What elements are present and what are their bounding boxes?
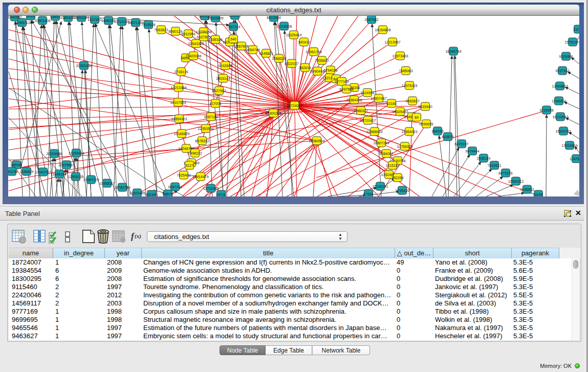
svg-text:62160: 62160: [386, 102, 397, 105]
svg-text:10756928: 10756928: [397, 145, 412, 148]
svg-text:8912954: 8912954: [181, 32, 195, 36]
svg-text:16210643: 16210643: [552, 115, 568, 119]
svg-text:813054: 813054: [229, 16, 241, 17]
svg-text:893876: 893876: [442, 135, 453, 139]
svg-text:9329966: 9329966: [559, 55, 573, 58]
svg-text:15720407: 15720407: [360, 119, 376, 122]
svg-text:18807249: 18807249: [373, 141, 389, 145]
svg-text:9815440: 9815440: [418, 105, 432, 108]
svg-text:84: 84: [415, 116, 419, 119]
svg-text:9777169: 9777169: [335, 80, 349, 83]
svg-text:15716: 15716: [216, 193, 226, 196]
svg-text:1615112: 1615112: [386, 164, 400, 167]
svg-text:9463627: 9463627: [405, 99, 419, 103]
svg-text:15751074: 15751074: [564, 40, 579, 44]
svg-text:17334: 17334: [363, 192, 374, 196]
svg-text:16853: 16853: [50, 16, 60, 18]
svg-text:10025433: 10025433: [392, 110, 408, 114]
svg-text:17016504: 17016504: [561, 144, 577, 147]
svg-text:7625402: 7625402: [177, 173, 190, 177]
svg-text:16033809: 16033809: [207, 16, 223, 20]
svg-text:7515526: 7515526: [141, 23, 155, 27]
svg-text:12505135: 12505135: [68, 175, 83, 179]
svg-text:12093823: 12093823: [552, 84, 568, 88]
svg-text:10958117: 10958117: [99, 182, 115, 185]
svg-text:12975115: 12975115: [402, 84, 418, 87]
svg-text:546: 546: [230, 37, 236, 41]
svg-text:7632621: 7632621: [487, 164, 501, 167]
svg-text:9245: 9245: [534, 193, 542, 196]
svg-text:17339924: 17339924: [68, 151, 84, 155]
svg-text:1167533: 1167533: [570, 157, 579, 161]
svg-text:1733426: 1733426: [395, 189, 409, 192]
svg-text:3624554: 3624554: [360, 91, 374, 95]
svg-text:16853267: 16853267: [73, 16, 89, 19]
svg-text:16154808: 16154808: [375, 28, 390, 32]
svg-text:2935114: 2935114: [477, 157, 491, 160]
svg-text:8990448: 8990448: [310, 70, 324, 73]
svg-text:1527602: 1527602: [88, 18, 101, 21]
svg-text:7986322: 7986322: [354, 109, 367, 113]
svg-text:2069: 2069: [27, 16, 35, 18]
svg-text:8454749: 8454749: [246, 48, 259, 52]
svg-text:19384554: 19384554: [309, 139, 324, 143]
svg-text:20975887: 20975887: [58, 163, 74, 167]
svg-text:6479197: 6479197: [454, 142, 468, 146]
svg-text:19654923: 19654923: [401, 130, 417, 134]
svg-text:1645194: 1645194: [52, 172, 66, 176]
svg-text:8186328: 8186328: [208, 38, 222, 41]
svg-text:8427552: 8427552: [212, 89, 226, 93]
svg-text:417006: 417006: [209, 102, 221, 105]
svg-text:11325419: 11325419: [286, 33, 302, 37]
svg-text:9857791: 9857791: [168, 185, 182, 189]
svg-text:2867608: 2867608: [234, 45, 248, 48]
svg-text:252254: 252254: [391, 176, 403, 180]
svg-text:1156829: 1156829: [20, 170, 34, 173]
svg-text:3267130: 3267130: [204, 115, 217, 119]
svg-text:9084067: 9084067: [379, 152, 393, 156]
svg-text:7485063: 7485063: [399, 69, 412, 73]
svg-text:8813054: 8813054: [267, 16, 280, 19]
svg-text:2087682: 2087682: [364, 18, 378, 21]
svg-text:8878332: 8878332: [195, 139, 209, 143]
svg-text:15716485: 15716485: [203, 187, 219, 190]
svg-text:19166829: 19166829: [173, 132, 189, 136]
svg-text:7357224: 7357224: [226, 25, 240, 29]
svg-text:9245652: 9245652: [520, 188, 534, 191]
svg-text:391194: 391194: [8, 170, 18, 173]
svg-text:3127: 3127: [185, 164, 193, 167]
svg-text:20053346: 20053346: [76, 64, 92, 68]
svg-text:25300285: 25300285: [265, 112, 281, 115]
svg-text:10688609: 10688609: [366, 130, 382, 134]
svg-text:19854923: 19854923: [171, 117, 187, 121]
svg-text:10654112: 10654112: [508, 180, 524, 183]
svg-text:16782759: 16782759: [114, 186, 130, 189]
svg-text:1244419: 1244419: [552, 99, 565, 103]
svg-text:20364436: 20364436: [346, 98, 362, 102]
svg-text:16543382: 16543382: [188, 42, 204, 46]
svg-text:6794028: 6794028: [323, 69, 337, 72]
svg-text:1588520: 1588520: [272, 57, 286, 60]
svg-text:17957225: 17957225: [83, 178, 99, 182]
svg-text:10107554: 10107554: [170, 101, 186, 104]
svg-text:14055712: 14055712: [14, 21, 30, 25]
svg-text:12923445: 12923445: [129, 191, 145, 195]
svg-text:15692971: 15692971: [555, 129, 571, 133]
svg-text:6497568: 6497568: [339, 87, 353, 91]
svg-text:2803144: 2803144: [216, 77, 230, 80]
svg-text:15136141: 15136141: [372, 185, 388, 188]
svg-text:20691406: 20691406: [34, 19, 50, 23]
svg-text:8471676: 8471676: [498, 171, 512, 175]
svg-text:(x): (x): [135, 233, 141, 239]
svg-text:18724007: 18724007: [287, 104, 302, 107]
svg-text:11124: 11124: [574, 28, 579, 31]
svg-text:9227342: 9227342: [555, 69, 569, 73]
svg-text:10973493: 10973493: [392, 54, 408, 58]
svg-text:98575: 98575: [163, 192, 173, 196]
svg-text:10807487: 10807487: [371, 97, 386, 100]
svg-text:23420046: 23420046: [185, 54, 201, 58]
svg-text:8960124: 8960124: [168, 30, 182, 33]
svg-text:7955812: 7955812: [315, 59, 329, 62]
svg-text:7663822: 7663822: [154, 28, 168, 32]
svg-text:16548784: 16548784: [445, 50, 461, 53]
